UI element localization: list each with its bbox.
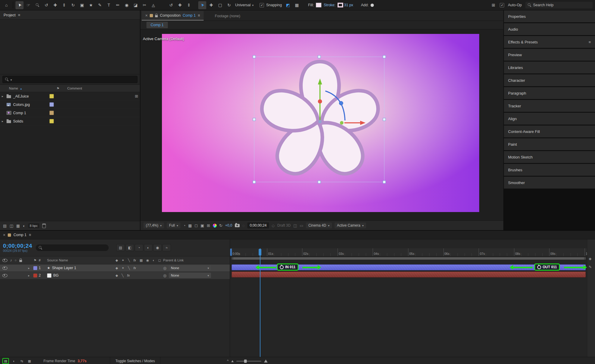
fx-switch[interactable]: fx	[127, 274, 130, 277]
panel-tab-properties[interactable]: Properties	[504, 10, 595, 22]
help-search-input[interactable]: Search Help	[525, 2, 593, 8]
nav-selection-icon[interactable]: ➤	[199, 2, 205, 8]
layer-bar-bg[interactable]	[232, 272, 586, 277]
panel-tab-content-aware-fill[interactable]: Content-Aware Fill	[504, 125, 595, 137]
pen-tool-icon[interactable]: ✎	[96, 1, 104, 9]
magnification-select[interactable]: (77,4%)	[143, 222, 164, 228]
panel-tab-preview[interactable]: Preview	[504, 49, 595, 61]
layer-row-bg[interactable]: 2 BG ◆ ╲ fx None	[0, 272, 230, 279]
timeline-zoom-slider[interactable]	[236, 361, 261, 362]
solo-column-icon[interactable]	[15, 258, 17, 262]
panel-tab-effects-presets[interactable]: Effects & Presets	[504, 36, 595, 48]
panel-tab-motion-sketch[interactable]: Motion Sketch	[504, 151, 595, 163]
work-area-bar[interactable]	[232, 257, 586, 260]
project-settings-icon[interactable]: ◐	[23, 224, 25, 228]
extended-viewer-icon[interactable]: ▭	[300, 223, 303, 228]
brush-tool-icon[interactable]: ✏	[114, 1, 122, 9]
lock-column-icon[interactable]	[19, 260, 22, 262]
timeline-tab-label[interactable]: Comp 1	[13, 233, 26, 237]
layer-label-color[interactable]	[33, 266, 37, 270]
nav-rect-icon[interactable]: ▢	[216, 1, 224, 9]
auto-open-checkbox[interactable]	[500, 3, 504, 7]
in-out-panes-icon[interactable]: ⇆	[19, 359, 24, 363]
camera-region-tool-icon[interactable]: ▣	[78, 1, 86, 9]
switches-column-header[interactable]: ◆ ✦ ╲ fx ▩ ◉ ◐ ◻	[115, 258, 163, 262]
snap-option-icon[interactable]: ◩	[284, 1, 292, 9]
trash-icon[interactable]	[42, 224, 46, 228]
region-of-interest-icon[interactable]: ▣	[200, 223, 204, 228]
draft-3d-icon[interactable]: ◇	[272, 223, 275, 228]
plugin-panel-icon[interactable]: ⊞	[489, 1, 497, 9]
snapping-checkbox[interactable]	[260, 3, 264, 7]
panel-tab-paragraph[interactable]: Paragraph	[504, 87, 595, 99]
stroke-color-swatch[interactable]	[338, 3, 343, 7]
transparency-grid-icon[interactable]: ▩	[188, 223, 192, 228]
puppet-pin-tool-icon[interactable]: ◬	[149, 1, 157, 9]
column-comment-header[interactable]: Comment	[60, 87, 82, 90]
universal-mode-select[interactable]: Universal	[234, 3, 255, 7]
panel-tab-libraries[interactable]: Libraries	[504, 62, 595, 73]
roto-brush-tool-icon[interactable]: ✂	[140, 1, 149, 9]
channel-color-icon[interactable]	[213, 224, 217, 228]
gizmo-center-dot[interactable]	[318, 120, 322, 123]
ground-plane-icon[interactable]: ◫	[293, 223, 297, 228]
rotate-tool-icon[interactable]: ↻	[69, 1, 77, 9]
renderer-select[interactable]: Cinema 4D	[306, 222, 332, 228]
panel-menu-icon[interactable]	[29, 233, 31, 237]
sort-ascending-icon[interactable]	[20, 87, 22, 90]
composition-pasteboard[interactable]: Active Camera (Default)	[140, 29, 503, 220]
draft-3d-toggle-icon[interactable]: ◧	[126, 244, 134, 251]
transfer-controls-pane-icon[interactable]: ◐	[11, 359, 17, 363]
pan-behind-tool-icon[interactable]: ✚	[51, 1, 59, 9]
layer-switches-pane-icon[interactable]: ▤	[2, 358, 9, 364]
gizmo-rotation-handle[interactable]	[339, 101, 343, 105]
zoom-slider-thumb[interactable]	[244, 360, 247, 363]
zoom-out-icon[interactable]	[231, 360, 234, 362]
fill-color-swatch[interactable]	[316, 3, 321, 7]
show-snapshot-icon[interactable]: ◌	[242, 223, 245, 228]
composition-viewport-canvas[interactable]	[162, 34, 479, 212]
layer-name[interactable]: BG	[53, 273, 59, 277]
comp-marker-button[interactable]: ◈	[589, 257, 591, 261]
panel-tab-brushes[interactable]: Brushes	[504, 164, 595, 176]
new-composition-icon[interactable]: ▦	[16, 224, 20, 228]
zoom-tool-icon[interactable]	[33, 1, 41, 9]
search-options-icon[interactable]	[10, 77, 12, 82]
chevron-up-icon[interactable]	[227, 359, 229, 363]
fast-previews-icon[interactable]: ◔	[183, 223, 185, 228]
zoom-in-icon[interactable]	[264, 360, 268, 363]
tab-composition[interactable]: Composition Comp 1	[142, 11, 204, 21]
mini-flowchart-icon[interactable]: ▤	[116, 244, 125, 251]
project-row-solids[interactable]: Solids	[0, 117, 140, 125]
gizmo-scale-handle[interactable]	[340, 121, 343, 125]
subtab-comp1[interactable]: Comp 1	[146, 22, 168, 28]
navigator-start-handle[interactable]	[230, 249, 232, 256]
timeline-search-input[interactable]	[36, 244, 109, 251]
layer-name[interactable]: Shape Layer 1	[52, 266, 76, 270]
parent-pickwhip-icon[interactable]	[163, 273, 166, 278]
label-color-swatch[interactable]	[49, 102, 54, 107]
nav-rotate-icon[interactable]: ↻	[225, 1, 233, 9]
composition-viewport[interactable]	[162, 34, 479, 212]
panel-menu-icon[interactable]	[588, 40, 591, 44]
column-name-header[interactable]: Name	[9, 87, 18, 90]
type-tool-icon[interactable]: T	[105, 1, 113, 9]
draft-3d-label[interactable]: Draft 3D	[277, 223, 291, 228]
camera-dolly-icon[interactable]: ⇕	[185, 1, 193, 9]
panel-tab-align[interactable]: Align	[504, 113, 595, 125]
selection-tool-icon[interactable]: ➤	[17, 2, 23, 8]
project-row-colors[interactable]: Colors.jpg	[0, 101, 140, 109]
layer-visibility-toggle[interactable]	[2, 274, 7, 277]
shy-switch[interactable]: ◆	[115, 266, 118, 270]
panel-tab-paint[interactable]: Paint	[504, 138, 595, 150]
stroke-width-value[interactable]: 31 px	[344, 3, 353, 7]
project-row-comp1[interactable]: Comp 1	[0, 109, 140, 117]
close-icon[interactable]	[145, 13, 148, 18]
mask-visibility-icon[interactable]: ◻	[195, 223, 198, 228]
source-name-column-header[interactable]: Source Name	[47, 258, 115, 262]
panel-tab-smoother[interactable]: Smoother	[504, 177, 595, 189]
time-ruler[interactable]: 0:00s 01s 02s 03s 04s 05s 06s 07s 08s 09…	[230, 248, 587, 256]
timeline-track-area[interactable]: 0:00s 01s 02s 03s 04s 05s 06s 07s 08s 09…	[230, 239, 587, 357]
color-depth-value[interactable]: 8 bpc	[28, 223, 39, 228]
video-column-icon[interactable]	[2, 259, 7, 262]
